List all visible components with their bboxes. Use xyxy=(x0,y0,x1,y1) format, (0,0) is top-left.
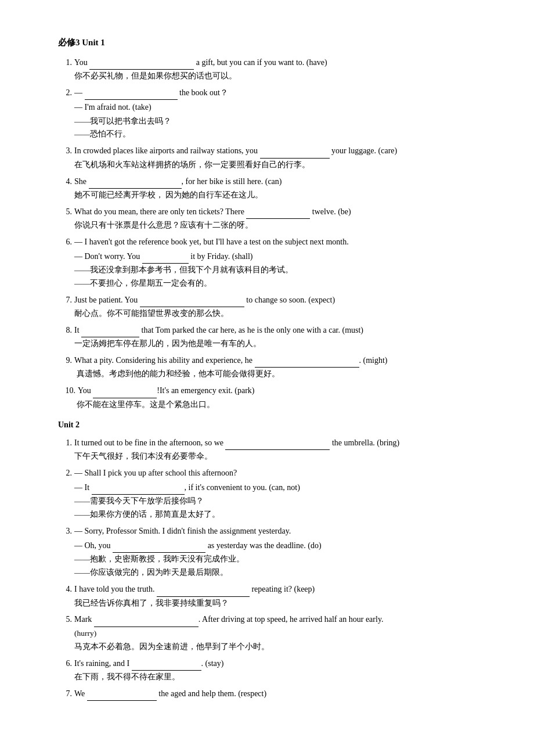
q2-num: 2. xyxy=(58,85,72,100)
q1-blank[interactable] xyxy=(89,60,194,70)
u2-question-1: 1. It turned out to be fine in the after… xyxy=(58,435,488,463)
q6-num: 6. xyxy=(58,235,72,249)
q2-cn1: ——我可以把书拿出去吗？ xyxy=(58,115,488,128)
u2-question-3: 3. — Sorry, Professor Smith. I didn't fi… xyxy=(58,524,488,579)
q1-num: 1. xyxy=(58,55,72,70)
section-title: 必修3 Unit 1 xyxy=(58,35,488,51)
u2-q7-num: 7. xyxy=(58,686,72,701)
u2-question-6: 6. It's raining, and I . (stay) 在下雨，我不得不… xyxy=(58,656,488,684)
q10-num: 10. xyxy=(58,383,75,398)
u2-q3-text: — Sorry, Professor Smith. I didn't finis… xyxy=(74,524,488,538)
q7-num: 7. xyxy=(58,293,72,307)
u2-q7-text: We the aged and help them. (respect) xyxy=(74,686,488,701)
q2-dialogue1: — I'm afraid not. (take) xyxy=(58,100,488,114)
q5-num: 5. xyxy=(58,204,72,219)
question-4: 4. She , for her bike is still here. (ca… xyxy=(58,174,488,202)
q9-blank[interactable] xyxy=(255,358,359,368)
q8-translation: 一定汤姆把车停在那儿的，因为他是唯一有车的人。 xyxy=(58,337,488,351)
q1-text: You a gift, but you can if you want to. … xyxy=(74,55,488,70)
q10-text: You !It's an emergency exit. (park) xyxy=(78,383,488,398)
u2-q3-num: 3. xyxy=(58,524,72,538)
u2-q6-blank[interactable] xyxy=(132,661,201,671)
q1-translation: 你不必买礼物，但是如果你想买的话也可以。 xyxy=(58,70,488,83)
q4-blank[interactable] xyxy=(89,179,182,189)
question-3: 3. In crowded places like airports and r… xyxy=(58,143,488,171)
q10-blank[interactable] xyxy=(93,389,157,398)
q6-cn2: ——不要担心，你星期五一定会有的。 xyxy=(58,277,488,290)
q6-text: — I haven't got the reference book yet, … xyxy=(74,235,488,249)
q6-blank[interactable] xyxy=(142,254,189,264)
u2-q1-translation: 下午天气很好，我们本没有必要带伞。 xyxy=(58,450,488,463)
u2-question-4: 4. I have told you the truth. repeating … xyxy=(58,582,488,610)
u2-q5-hint: (hurry) xyxy=(58,627,488,640)
u2-q4-text: I have told you the truth. repeating it?… xyxy=(74,582,488,596)
u2-question-2: 2. — Shall I pick you up after school th… xyxy=(58,466,488,521)
u2-q7-blank[interactable] xyxy=(87,692,157,701)
u2-q1-num: 1. xyxy=(58,435,72,450)
q3-num: 3. xyxy=(58,143,72,158)
q8-blank[interactable] xyxy=(81,328,139,337)
u2-q5-translation: 马克本不必着急。因为全速前进，他早到了半个小时。 xyxy=(58,640,488,654)
question-1: 1. You a gift, but you can if you want t… xyxy=(58,55,488,83)
u2-q2-cn1: ——需要我今天下午放学后接你吗？ xyxy=(58,495,488,508)
q5-text: What do you mean, there are only ten tic… xyxy=(74,204,488,219)
u2-q5-blank[interactable] xyxy=(94,618,199,627)
q5-translation: 你说只有十张票是什么意思？应该有十二张的呀。 xyxy=(58,219,488,232)
u2-q2-text: — Shall I pick you up after school this … xyxy=(74,466,488,480)
u2-q2-dialogue2: — It , if it's convenient to you. (can, … xyxy=(58,480,488,495)
q6-dialogue2: — Don't worry. You it by Friday. (shall) xyxy=(58,249,488,264)
q7-translation: 耐心点。你不可能指望世界改变的那么快。 xyxy=(58,307,488,321)
unit2-title: Unit 2 xyxy=(58,417,488,432)
u2-question-7: 7. We the aged and help them. (respect) xyxy=(58,686,488,701)
question-2: 2. — the book out？ — I'm afraid not. (ta… xyxy=(58,85,488,141)
u2-q5-text: Mark . After driving at top speed, he ar… xyxy=(74,612,488,627)
q6-cn1: ——我还没拿到那本参考书，但我下个月就有该科目的考试。 xyxy=(58,264,488,277)
question-8: 8. It that Tom parked the car here, as h… xyxy=(58,323,488,351)
u2-q2-cn2: ——如果你方便的话，那简直是太好了。 xyxy=(58,508,488,521)
u2-q6-text: It's raining, and I . (stay) xyxy=(74,656,488,671)
u2-q2-blank[interactable] xyxy=(92,485,185,495)
question-7: 7. Just be patient. You to change so soo… xyxy=(58,293,488,321)
q3-text: In crowded places like airports and rail… xyxy=(74,143,488,158)
u2-q1-text: It turned out to be fine in the afternoo… xyxy=(74,435,488,450)
q4-translation: 她不可能已经离开学校， 因为她的自行车还在这儿。 xyxy=(58,189,488,202)
q3-translation: 在飞机场和火车站这样拥挤的场所，你一定要照看好自己的行李。 xyxy=(58,159,488,172)
u2-q3-cn1: ——抱歉，史密斯教授，我昨天没有完成作业。 xyxy=(58,553,488,566)
u2-question-5: 5. Mark . After driving at top speed, he… xyxy=(58,612,488,653)
u2-q6-num: 6. xyxy=(58,656,72,671)
q8-num: 8. xyxy=(58,323,72,337)
u2-q3-cn2: ——你应该做完的，因为昨天是最后期限。 xyxy=(58,566,488,579)
q4-num: 4. xyxy=(58,174,72,189)
q8-text: It that Tom parked the car here, as he i… xyxy=(74,323,488,337)
q7-blank[interactable] xyxy=(140,298,244,307)
q9-num: 9. xyxy=(58,353,72,368)
question-10: 10. You !It's an emergency exit. (park) … xyxy=(58,383,488,411)
u2-q5-num: 5. xyxy=(58,612,72,627)
u2-q6-translation: 在下雨，我不得不待在家里。 xyxy=(58,671,488,684)
u2-q3-dialogue2: — Oh, you as yesterday was the deadline.… xyxy=(58,538,488,553)
q9-text: What a pity. Considering his ability and… xyxy=(74,353,488,368)
question-9: 9. What a pity. Considering his ability … xyxy=(58,353,488,381)
page-container: 必修3 Unit 1 1. You a gift, but you can if… xyxy=(58,35,488,701)
question-6: 6. — I haven't got the reference book ye… xyxy=(58,235,488,290)
q2-blank[interactable] xyxy=(85,91,178,100)
q4-text: She , for her bike is still here. (can) xyxy=(74,174,488,189)
question-5: 5. What do you mean, there are only ten … xyxy=(58,204,488,232)
u2-q1-blank[interactable] xyxy=(225,441,330,450)
q7-text: Just be patient. You to change so soon. … xyxy=(74,293,488,307)
q9-translation: 真遗憾。考虑到他的能力和经验，他本可能会做得更好。 xyxy=(58,368,488,381)
u2-q4-blank[interactable] xyxy=(157,588,250,597)
u2-q3-blank[interactable] xyxy=(113,543,205,553)
u2-q4-num: 4. xyxy=(58,582,72,596)
q10-translation: 你不能在这里停车。这是个紧急出口。 xyxy=(58,398,488,412)
q2-cn2: ——恐怕不行。 xyxy=(58,128,488,141)
u2-q2-num: 2. xyxy=(58,466,72,480)
q5-blank[interactable] xyxy=(246,210,310,219)
u2-q4-translation: 我已经告诉你真相了，我非要持续重复吗？ xyxy=(58,597,488,610)
q3-blank[interactable] xyxy=(260,149,330,159)
q2-text: — the book out？ xyxy=(74,85,488,100)
